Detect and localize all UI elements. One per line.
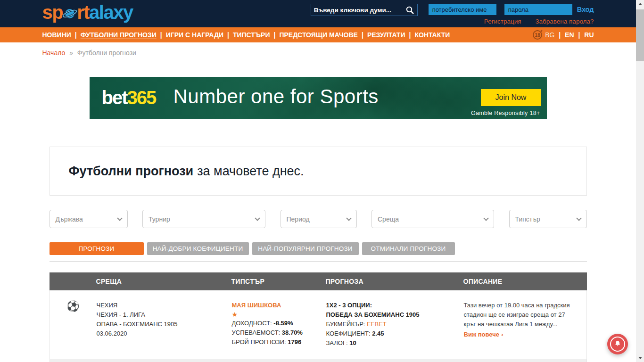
filter-period-select[interactable]: Период <box>281 210 357 228</box>
match-teams: ОПАВА - БОХЕМИАНС 1905 <box>97 320 232 329</box>
match-country: ЧЕХИЯ <box>97 301 232 310</box>
main-nav: НОВИНИ | ФУТБОЛНИ ПРОГНОЗИ | ИГРИ С НАГР… <box>0 27 636 42</box>
bookmaker-link[interactable]: EFBET <box>367 321 387 328</box>
lang-bg[interactable]: BG <box>545 31 554 39</box>
lang-separator: | <box>559 31 561 39</box>
banner-headline: Number one for Sports <box>173 85 379 108</box>
description-text: Тази вечер от 19.00 часа на градския ста… <box>464 302 570 328</box>
scroll-down-arrow[interactable] <box>636 354 644 362</box>
join-now-button[interactable]: Join Now <box>481 89 541 106</box>
match-cell: ЧЕХИЯ ЧЕХИЯ - 1. ЛИГА ОПАВА - БОХЕМИАНС … <box>97 301 232 348</box>
filter-tournament-select[interactable]: Турнир <box>142 210 265 228</box>
register-link[interactable]: Регистрация <box>484 18 521 25</box>
notifications-button[interactable] <box>607 334 628 354</box>
prediction-stake: ЗАЛОГ: 10 <box>326 338 464 348</box>
predictions-table: СРЕЩА ТИПСТЪР ПРОГНОЗА ОПИСАНИЕ ⚽ ЧЕХИЯ … <box>50 272 587 362</box>
nav-separator: | <box>227 31 229 39</box>
scrollbar-thumb[interactable] <box>636 9 644 61</box>
match-date: 03.06.2020 <box>97 329 232 338</box>
breadcrumb-current: Футболни прогнози <box>77 49 136 57</box>
prediction-pick: ПОБЕДА ЗА БОХЕМИАНС 1905 <box>326 310 464 320</box>
nav-item-novini[interactable]: НОВИНИ <box>42 31 71 39</box>
forgot-password-link[interactable]: Забравена парола? <box>535 18 594 25</box>
chevron-right-icon: › <box>501 331 503 338</box>
tipster-cell: МАЯ ШИШКОВА ★ ДОХОДНОСТ: -8.59% УСПЕВАЕМ… <box>232 301 326 348</box>
site-search <box>311 4 418 16</box>
nav-separator: | <box>362 31 363 39</box>
chevron-down-icon <box>483 215 488 221</box>
column-header-prediction: ПРОГНОЗА <box>326 278 463 285</box>
prediction-cell: 1X2 - 3 ОПЦИИ: ПОБЕДА ЗА БОХЕМИАНС 1905 … <box>326 301 464 348</box>
filter-match-select[interactable]: Среща <box>372 210 494 228</box>
bell-icon <box>613 340 622 348</box>
scrollbar[interactable] <box>636 0 644 362</box>
tipster-name-link[interactable]: МАЯ ШИШКОВА <box>232 301 281 310</box>
tabs-divider <box>50 261 587 262</box>
next-row-strip <box>50 359 587 362</box>
prediction-type: 1X2 - 3 ОПЦИИ: <box>326 301 464 310</box>
table-header-row: СРЕЩА ТИПСТЪР ПРОГНОЗА ОПИСАНИЕ <box>50 272 587 290</box>
read-more-link[interactable]: Виж повече› <box>464 330 504 339</box>
account-links: Регистрация Забравена парола? <box>472 18 594 25</box>
language-switcher: BG | EN | RU <box>545 31 594 39</box>
filter-country-select[interactable]: Държава <box>50 210 128 228</box>
bet365-ad-banner[interactable]: bet 365 Number one for Sports Join Now G… <box>90 77 547 119</box>
column-header-description: ОПИСАНИЕ <box>463 278 587 285</box>
nav-item-rezultati[interactable]: РЕЗУЛТАТИ <box>367 31 405 39</box>
logo-text-rt: rt <box>77 2 89 23</box>
tab-otminali-prognozi[interactable]: ОТМИНАЛИ ПРОГНОЗИ <box>362 242 455 255</box>
logo-text-sp: sp <box>42 2 63 23</box>
page: sp rt alaxy Вхо <box>0 0 636 362</box>
breadcrumb-home-link[interactable]: Начало <box>42 49 66 57</box>
nav-separator: | <box>75 31 77 39</box>
tipster-count: БРОЙ ПРОГНОЗИ: 1796 <box>232 337 326 347</box>
lang-separator: | <box>578 31 580 39</box>
password-field[interactable] <box>504 4 572 15</box>
bet365-logo: bet 365 <box>102 87 156 108</box>
nav-item-predstoyashti-machove[interactable]: ПРЕДСТОЯЩИ МАЧОВЕ <box>279 31 358 39</box>
chevron-down-icon <box>117 215 122 221</box>
tab-nay-populyarni-prognozi[interactable]: НАЙ-ПОПУЛЯРНИ ПРОГНОЗИ <box>252 242 359 255</box>
match-league: ЧЕХИЯ - 1. ЛИГА <box>97 310 232 320</box>
column-header-tipster: ТИПСТЪР <box>231 278 326 285</box>
page-title: Футболни прогнозиза мачовете днес. <box>69 164 304 179</box>
site-logo[interactable]: sp rt alaxy <box>42 2 133 23</box>
nav-item-tipstari[interactable]: ТИПСТЪРИ <box>233 31 270 39</box>
prediction-odds: КОЕФИЦИЕНТ: 2.45 <box>326 329 464 338</box>
banner-disclaimer: Gamble Responsibly 18+ <box>471 110 540 116</box>
filter-tipster-select[interactable]: Типстър <box>509 210 587 228</box>
nav-item-kontakti[interactable]: КОНТАКТИ <box>414 31 450 39</box>
top-header: sp rt alaxy Вхо <box>0 0 636 27</box>
login-button[interactable]: Вход <box>577 6 594 13</box>
nav-item-futbolni-prognozi[interactable]: ФУТБОЛНИ ПРОГНОЗИ <box>81 31 157 39</box>
page-title-box: Футболни прогнозиза мачовете днес. <box>50 147 587 196</box>
tipster-star-icon: ★ <box>232 310 326 319</box>
nav-separator: | <box>160 31 162 39</box>
column-header-match: СРЕЩА <box>96 278 231 285</box>
logo-text-alaxy: alaxy <box>89 2 133 23</box>
search-button[interactable] <box>405 5 414 15</box>
tab-prognozi[interactable]: ПРОГНОЗИ <box>50 242 144 255</box>
nav-item-igri-s-nagradi[interactable]: ИГРИ С НАГРАДИ <box>166 31 223 39</box>
planet-icon <box>61 5 78 21</box>
username-field[interactable] <box>429 4 496 15</box>
lang-en[interactable]: EN <box>565 31 574 39</box>
tipster-success: УСПЕВАЕМОСТ: 38.70% <box>232 328 326 337</box>
age-18-plus-icon: 18 + <box>533 30 542 40</box>
filters-row: Държава Турнир Период Среща Типстър <box>50 210 587 228</box>
nav-separator: | <box>409 31 411 39</box>
search-input[interactable] <box>314 7 405 14</box>
lang-ru[interactable]: RU <box>584 31 594 39</box>
chevron-down-icon <box>576 215 581 221</box>
chevron-down-icon <box>255 215 260 221</box>
tipster-yield: ДОХОДНОСТ: -8.59% <box>232 319 326 328</box>
breadcrumb-separator: » <box>69 49 73 57</box>
tab-nay-dobri-koeficienti[interactable]: НАЙ-ДОБРИ КОЕФИЦИЕНТИ <box>147 242 249 255</box>
scroll-up-arrow[interactable] <box>636 0 644 8</box>
table-row: ⚽ ЧЕХИЯ ЧЕХИЯ - 1. ЛИГА ОПАВА - БОХЕМИАН… <box>50 290 587 359</box>
search-icon <box>405 5 414 15</box>
tabs-row: ПРОГНОЗИ НАЙ-ДОБРИ КОЕФИЦИЕНТИ НАЙ-ПОПУЛ… <box>50 242 587 255</box>
description-cell: Тази вечер от 19.00 часа на градския ста… <box>464 301 586 348</box>
nav-separator: | <box>273 31 275 39</box>
chevron-down-icon <box>346 215 351 221</box>
